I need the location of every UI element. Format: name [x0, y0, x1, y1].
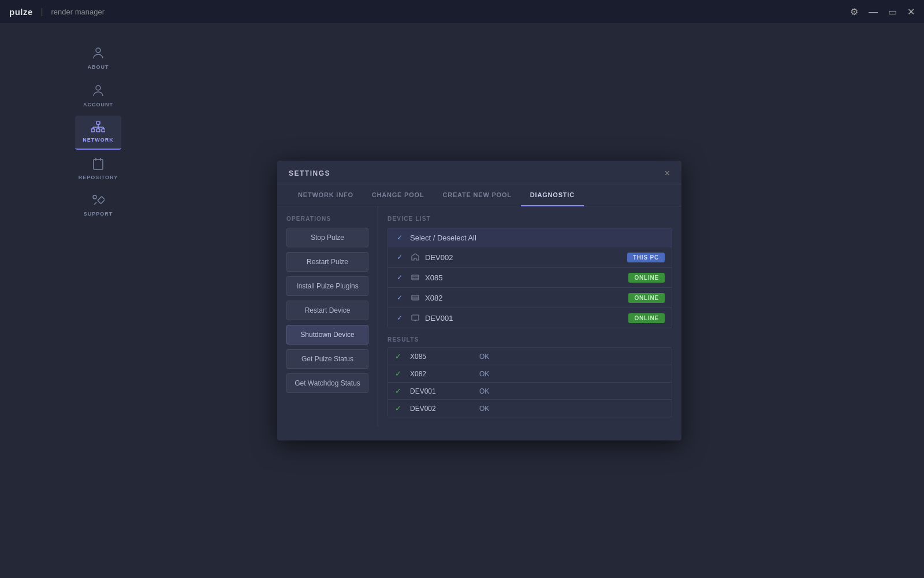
result-row-dev002: ✓ DEV002 OK	[388, 400, 672, 417]
x085-name: X085	[425, 273, 628, 282]
sidebar-item-network[interactable]: NETWORK	[75, 116, 121, 150]
x085-result-name: X085	[410, 353, 479, 361]
network-icon	[91, 121, 105, 135]
x082-icon	[410, 292, 420, 303]
svg-rect-2	[96, 121, 100, 124]
install-plugins-button[interactable]: Install Pulze Plugins	[286, 276, 368, 296]
select-all-row[interactable]: ✓ Select / Deselect All	[388, 228, 672, 247]
sidebar-item-account[interactable]: ACCOUNT	[75, 78, 121, 113]
maximize-button[interactable]: ▭	[888, 6, 897, 17]
x085-icon	[410, 272, 420, 283]
x085-check: ✓	[395, 273, 404, 282]
dev002-icon	[410, 252, 420, 262]
results-list: ✓ X085 OK ✓ X082 OK ✓ DEV001 OK	[388, 347, 672, 417]
title-divider: |	[41, 7, 43, 16]
svg-rect-20	[412, 315, 419, 320]
dev001-check: ✓	[395, 313, 404, 323]
sidebar-item-support[interactable]: SUPPORT	[75, 188, 121, 223]
sidebar-item-about[interactable]: ABOUT	[75, 40, 121, 76]
device-row-x085[interactable]: ✓ X085 ONLINE	[388, 268, 672, 288]
dev001-result-check: ✓	[395, 387, 404, 395]
x085-result-status: OK	[479, 353, 489, 361]
support-icon	[92, 194, 105, 209]
close-button[interactable]: ✕	[907, 6, 915, 17]
device-list-label: DEVICE LIST	[388, 216, 672, 222]
settings-icon[interactable]: ⚙	[850, 6, 858, 17]
svg-point-0	[96, 48, 100, 53]
svg-rect-14	[412, 275, 419, 280]
dev002-result-name: DEV002	[410, 405, 479, 413]
modal-title: SETTINGS	[289, 169, 330, 177]
dev001-badge: ONLINE	[628, 313, 665, 323]
dev001-icon	[410, 313, 420, 323]
dev002-badge: THIS PC	[627, 253, 665, 262]
titlebar: pulze | render manager ⚙ — ▭ ✕	[0, 0, 924, 23]
window-controls: ⚙ — ▭ ✕	[850, 6, 915, 17]
device-row-x082[interactable]: ✓ X082 ONLINE	[388, 288, 672, 308]
svg-rect-5	[102, 129, 105, 132]
dev001-result-status: OK	[479, 387, 489, 395]
restart-device-button[interactable]: Restart Device	[286, 301, 368, 320]
result-row-x085: ✓ X085 OK	[388, 348, 672, 365]
tab-diagnostic[interactable]: DIAGNOSTIC	[521, 184, 584, 206]
restart-pulze-button[interactable]: Restart Pulze	[286, 252, 368, 272]
tab-bar: NETWORK INFO CHANGE POOL CREATE NEW POOL…	[277, 184, 681, 206]
get-pulze-status-button[interactable]: Get Pulze Status	[286, 349, 368, 369]
x082-badge: ONLINE	[628, 293, 665, 303]
support-label: SUPPORT	[84, 211, 113, 217]
dev002-result-status: OK	[479, 405, 489, 413]
about-label: ABOUT	[88, 64, 109, 70]
app-name: pulze	[9, 7, 33, 17]
x085-badge: ONLINE	[628, 273, 665, 283]
tab-change-pool[interactable]: CHANGE POOL	[363, 184, 434, 206]
device-list: ✓ Select / Deselect All ✓ DEV002 THIS PC	[388, 228, 672, 328]
x082-result-name: X082	[410, 370, 479, 378]
tab-create-new-pool[interactable]: CREATE NEW POOL	[433, 184, 520, 206]
result-row-dev001: ✓ DEV001 OK	[388, 383, 672, 400]
modal-header: SETTINGS ×	[277, 161, 681, 184]
dev001-result-name: DEV001	[410, 387, 479, 395]
app-logo: pulze | render manager	[9, 7, 105, 17]
get-watchdog-status-button[interactable]: Get Watchdog Status	[286, 373, 368, 393]
svg-rect-12	[98, 197, 105, 204]
operations-label: OPERATIONS	[286, 216, 368, 222]
select-all-check: ✓	[395, 233, 404, 242]
x082-name: X082	[425, 294, 628, 302]
minimize-button[interactable]: —	[869, 6, 878, 17]
x082-result-status: OK	[479, 370, 489, 378]
account-icon	[92, 84, 104, 99]
modal-close-button[interactable]: ×	[665, 169, 670, 178]
settings-modal: SETTINGS × NETWORK INFO CHANGE POOL CREA…	[277, 161, 681, 440]
svg-point-1	[96, 86, 100, 90]
svg-rect-3	[91, 129, 95, 132]
svg-rect-4	[96, 129, 100, 132]
repository-icon	[92, 158, 104, 172]
operations-panel: OPERATIONS Stop Pulze Restart Pulze Inst…	[277, 206, 378, 427]
dev002-result-check: ✓	[395, 404, 404, 413]
x085-result-check: ✓	[395, 352, 404, 361]
device-panel: DEVICE LIST ✓ Select / Deselect All ✓	[378, 206, 681, 427]
x082-result-check: ✓	[395, 369, 404, 378]
shutdown-device-button[interactable]: Shutdown Device	[286, 325, 368, 344]
result-row-x082: ✓ X082 OK	[388, 365, 672, 383]
network-label: NETWORK	[83, 137, 114, 143]
svg-point-13	[93, 195, 96, 199]
select-all-text: Select / Deselect All	[410, 234, 665, 242]
repository-label: REPOSITORY	[79, 175, 118, 180]
dev002-name: DEV002	[425, 253, 627, 262]
dev002-check: ✓	[395, 253, 404, 262]
sidebar-item-repository[interactable]: REPOSITORY	[75, 152, 121, 186]
modal-wrapper: ABOUT ACCOUNT	[0, 23, 924, 578]
stop-pulze-button[interactable]: Stop Pulze	[286, 228, 368, 247]
about-icon	[92, 46, 104, 62]
x082-check: ✓	[395, 293, 404, 302]
device-row-dev001[interactable]: ✓ DEV001 ONLINE	[388, 308, 672, 328]
dev001-name: DEV001	[425, 314, 628, 323]
account-label: ACCOUNT	[83, 102, 113, 108]
modal-content: OPERATIONS Stop Pulze Restart Pulze Inst…	[277, 206, 681, 427]
device-row-dev002[interactable]: ✓ DEV002 THIS PC	[388, 247, 672, 268]
results-label: RESULTS	[388, 336, 672, 343]
tab-network-info[interactable]: NETWORK INFO	[289, 184, 363, 206]
svg-rect-11	[94, 160, 103, 169]
app-subtitle: render manager	[51, 8, 105, 16]
